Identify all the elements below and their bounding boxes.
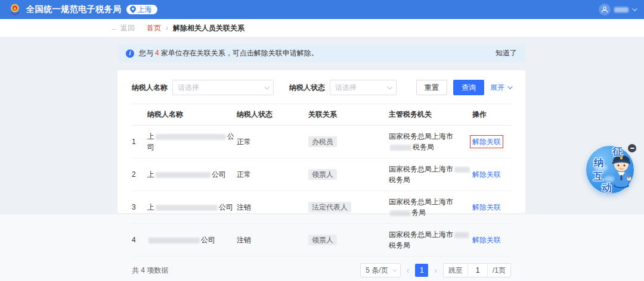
back-button[interactable]: ← 返回 — [111, 23, 135, 33]
office-cell: 国家税务总局上海市税务局 — [389, 158, 472, 191]
redacted-text — [156, 205, 218, 211]
page-number-button[interactable]: 1 — [415, 264, 428, 277]
unbind-link-highlighted[interactable]: 解除关联 — [472, 138, 501, 146]
row-index: 2 — [132, 158, 147, 191]
widget-char-dong: 动 — [602, 181, 612, 195]
table-row: 1 上公司 正常 办税员 国家税务总局上海市税务局 解除关联 — [132, 126, 511, 158]
taxpayer-name-placeholder: 请选择 — [178, 83, 199, 93]
taxpayer-name-label: 纳税人名称 — [132, 83, 168, 93]
reset-button[interactable]: 重置 — [416, 80, 447, 95]
total-count: 共 4 项数据 — [132, 266, 168, 276]
index-header — [132, 104, 147, 126]
jump-label: 跳至 — [444, 264, 468, 277]
redacted-text — [454, 232, 469, 238]
relation-cell: 法定代表人 — [308, 191, 389, 224]
col-header-relation: 关联关系 — [308, 104, 389, 126]
taxpayer-status-label: 纳税人状态 — [289, 83, 325, 93]
chevron-down-icon — [392, 267, 397, 271]
breadcrumb: ← 返回 首页 › 解除相关人员关联关系 — [0, 19, 644, 37]
relation-cell: 领票人 — [308, 158, 389, 191]
taxpayer-name-cell: 上公司 — [147, 126, 237, 158]
office-cell: 国家税务总局上海市税务局 — [389, 224, 472, 257]
brand: 全国统一规范电子税务局 上海 — [8, 3, 157, 16]
relation-cell: 办税员 — [308, 126, 389, 158]
search-button[interactable]: 查询 — [453, 80, 484, 95]
jump-page-input[interactable] — [468, 264, 487, 277]
redacted-text — [390, 145, 411, 151]
page: 全国统一规范电子税务局 上海 ← 返回 — [0, 0, 644, 281]
page-jump: 跳至 /1页 — [443, 263, 511, 277]
prev-page-button[interactable]: ‹ — [405, 266, 411, 275]
back-arrow-icon: ← — [111, 24, 118, 32]
widget-char-zheng: 征 — [612, 145, 623, 158]
app-title: 全国统一规范电子税务局 — [26, 4, 122, 15]
row-index: 3 — [132, 191, 147, 224]
top-bar: 全国统一规范电子税务局 上海 — [0, 0, 644, 19]
chevron-down-icon — [632, 6, 637, 11]
table-row: 4 公司 注销 领票人 国家税务总局上海市税务局 解除关联 — [132, 224, 511, 257]
relation-cell: 领票人 — [308, 224, 389, 257]
content-area: i 您与4家单位存在关联关系，可点击解除关联申请解除。 知道了 纳税人名称 请选… — [0, 37, 644, 214]
status-cell: 正常 — [237, 158, 308, 191]
relation-tag: 领票人 — [308, 169, 337, 180]
chevron-down-icon — [387, 85, 392, 89]
relations-table: 纳税人名称 纳税人状态 关联关系 主管税务机关 操作 1 上公司 正常 办税员 … — [132, 104, 511, 257]
office-cell: 国家税务总局上海市税务局 — [389, 126, 472, 158]
tax-emblem-logo — [8, 3, 21, 16]
redacted-text — [156, 134, 226, 140]
pagination: 5 条/页 ‹ 1 › 跳至 /1页 — [360, 263, 511, 277]
status-cell: 正常 — [237, 126, 308, 158]
breadcrumb-current: 解除相关人员关联关系 — [173, 23, 244, 33]
col-header-action: 操作 — [472, 104, 511, 126]
taxpayer-name-select[interactable]: 请选择 — [172, 80, 274, 95]
location-pill[interactable]: 上海 — [126, 5, 157, 14]
col-header-office: 主管税务机关 — [389, 104, 472, 126]
taxpayer-status-placeholder: 请选择 — [335, 83, 357, 93]
status-cell: 注销 — [237, 191, 308, 224]
unbind-link[interactable]: 解除关联 — [472, 170, 501, 179]
location-label: 上海 — [138, 6, 152, 13]
chevron-down-icon — [507, 84, 512, 89]
action-cell: 解除关联 — [472, 191, 511, 224]
minimize-widget-button[interactable] — [628, 144, 636, 152]
expand-button[interactable]: 展开 — [490, 83, 511, 93]
back-label: 返回 — [120, 23, 135, 33]
unbind-link[interactable]: 解除关联 — [472, 236, 501, 244]
status-cell: 注销 — [237, 224, 308, 257]
relation-count: 4 — [155, 49, 159, 57]
col-header-name: 纳税人名称 — [147, 104, 237, 126]
table-header-row: 纳税人名称 纳税人状态 关联关系 主管税务机关 操作 — [132, 104, 511, 126]
table-row: 2 上公司 正常 领票人 国家税务总局上海市税务局 解除关联 — [132, 158, 511, 191]
office-cell: 国家税务总局上海市务局 — [389, 191, 472, 224]
action-cell: 解除关联 — [472, 126, 511, 158]
action-cell: 解除关联 — [472, 158, 511, 191]
taxpayer-status-select[interactable]: 请选择 — [330, 80, 397, 95]
redacted-text — [156, 172, 210, 178]
redacted-text — [454, 167, 470, 173]
table-footer: 共 4 项数据 5 条/页 ‹ 1 › 跳至 /1页 — [132, 263, 511, 277]
next-page-button[interactable]: › — [433, 266, 438, 275]
user-menu[interactable] — [599, 4, 636, 15]
info-icon: i — [126, 49, 134, 58]
widget-char-na: 纳 — [594, 156, 604, 170]
relation-tag: 领票人 — [308, 235, 337, 245]
dismiss-button[interactable]: 知道了 — [496, 48, 517, 58]
location-pin-icon — [130, 6, 136, 13]
page-size-select[interactable]: 5 条/页 — [360, 263, 400, 277]
chevron-down-icon — [264, 85, 269, 89]
unbind-link[interactable]: 解除关联 — [472, 203, 501, 211]
breadcrumb-home[interactable]: 首页 — [147, 23, 161, 33]
jump-total-pages: /1页 — [487, 264, 510, 277]
redacted-text — [390, 210, 410, 216]
relation-tag: 办税员 — [308, 136, 337, 147]
relation-tag: 法定代表人 — [308, 202, 351, 213]
col-header-status: 纳税人状态 — [237, 104, 308, 126]
username-redacted — [614, 7, 628, 13]
info-banner: i 您与4家单位存在关联关系，可点击解除关联申请解除。 知道了 — [117, 45, 525, 62]
breadcrumb-separator: › — [166, 24, 168, 32]
filter-bar: 纳税人名称 请选择 纳税人状态 请选择 重置 查询 展开 — [132, 80, 511, 95]
interaction-widget[interactable]: 征 纳 互 动 — [586, 143, 641, 198]
banner-text: 您与4家单位存在关联关系，可点击解除关联申请解除。 — [139, 48, 318, 58]
filter-actions: 重置 查询 展开 — [416, 80, 511, 95]
taxpayer-name-cell: 上公司 — [147, 158, 237, 191]
